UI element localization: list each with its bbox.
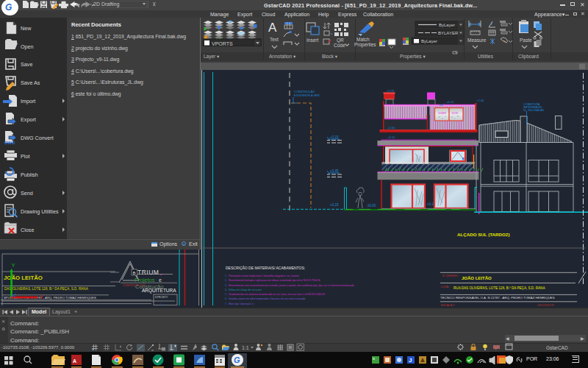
svg-text:Text: Text (270, 37, 279, 42)
svg-text:Code: Code (334, 43, 345, 48)
svg-text:+7.75: +7.75 (387, 89, 395, 93)
svg-text:Paste: Paste (520, 38, 532, 43)
svg-text:SUITE: SUITE (452, 112, 459, 115)
svg-text:23/12/2019 R: 23/12/2019 R (537, 304, 554, 307)
svg-text:Nº DESENHO: Nº DESENHO (442, 275, 459, 277)
svg-text:G: G (234, 355, 240, 364)
svg-text:LOCAL: LOCAL (441, 286, 449, 289)
svg-text:2 - Revestimento fachada e apl: 2 - Revestimento fachada e aplicacao em … (225, 279, 320, 282)
svg-text:.: . (160, 270, 162, 277)
svg-text:SUMER: SUMER (438, 112, 447, 115)
svg-text:B: B (133, 271, 136, 275)
svg-text:7 - Muro tipo "alvenaria" e: 7 - Muro tipo "alvenaria" e (225, 302, 254, 305)
svg-text:5 - Gradeamento em aluminio te: 5 - Gradeamento em aluminio termolacado … (225, 293, 325, 296)
svg-text:ByLayer: ByLayer (439, 23, 455, 27)
svg-text:JOÃO LEITÃO: JOÃO LEITÃO (4, 275, 43, 281)
svg-text:ByLayer: ByLayer (421, 39, 437, 43)
svg-text:1:1: 1:1 (242, 345, 249, 350)
svg-text:6 - Guarda corpos em vidro tem: 6 - Guarda corpos em vidro temperado e f… (225, 297, 305, 300)
svg-text:DWG: DWG (4, 141, 15, 145)
svg-text:Measure: Measure (467, 38, 487, 43)
svg-text:DESCRIÇÃO DE MATERIAIS/ ACABAM: DESCRIÇÃO DE MATERIAIS/ ACABAMENTOS: (226, 266, 305, 270)
svg-text:DAS OLIVEIRAS, LOTE 126, B.º D: DAS OLIVEIRAS, LOTE 126, B.º DA PEÇA, S.… (4, 287, 89, 291)
svg-text:±0.00: ±0.00 (368, 204, 376, 208)
svg-text:+6.10: +6.10 (446, 100, 454, 104)
svg-text:3 - Revestimento com revestime: 3 - Revestimento com revestimento pre-es… (225, 284, 354, 287)
svg-text:Insert: Insert (306, 38, 318, 43)
svg-text:TRIUM: TRIUM (137, 269, 159, 276)
svg-text:+3.10: +3.10 (387, 135, 395, 139)
svg-text:ARQUITETURA: ARQUITETURA (142, 288, 176, 294)
svg-text:+3.15: +3.15 (330, 135, 339, 139)
svg-text:ESCALA 1:: ESCALA 1: (441, 304, 455, 307)
svg-text:SL. INCLINADAS: SL. INCLINADAS (523, 109, 545, 112)
svg-text:Properties: Properties (354, 42, 376, 48)
svg-text:VPORTS: VPORTS (212, 41, 233, 46)
svg-text:N PROJETO: N PROJETO (155, 296, 168, 299)
svg-text:TECNICO RESPONSAVEL O.A. N 1: TECNICO RESPONSAVEL O.A. N 11787 - ARQ. … (440, 296, 555, 300)
svg-text:J: J (409, 357, 412, 364)
svg-text:A: A (268, 21, 277, 35)
svg-text:ALÇADO SUL (TARDOZ): ALÇADO SUL (TARDOZ) (457, 232, 510, 237)
svg-text:JOÃO LEITÃO: JOÃO LEITÃO (462, 276, 492, 280)
svg-text:e: e (159, 277, 162, 283)
svg-text:+7.00: +7.00 (476, 99, 484, 102)
svg-text:A: A (73, 358, 76, 364)
svg-text:BYLAYER: BYLAYER (438, 31, 459, 35)
svg-text:4 - Telhas em chapa de zinco p: 4 - Telhas em chapa de zinco pre (225, 289, 262, 291)
svg-text:+0.45: +0.45 (330, 169, 339, 173)
svg-text:Match: Match (356, 37, 370, 42)
svg-text:Y: Y (12, 262, 15, 269)
svg-text:+5.60: +5.60 (387, 126, 395, 130)
svg-text:1 - Pavimento cerami tradicion: 1 - Pavimento cerami tradicional c/ beto… (225, 275, 299, 277)
svg-text:+0.15: +0.15 (330, 203, 339, 207)
svg-text:RUA DAS OLIVEIRAS, LOTE 126, B: RUA DAS OLIVEIRAS, LOTE 126, B.º DA PEÇA… (453, 286, 545, 290)
svg-text:X: X (40, 294, 44, 300)
svg-text:Projetos: Projetos (135, 277, 155, 283)
svg-text:EXISTENTE A SER: EXISTENTE A SER (294, 93, 320, 97)
